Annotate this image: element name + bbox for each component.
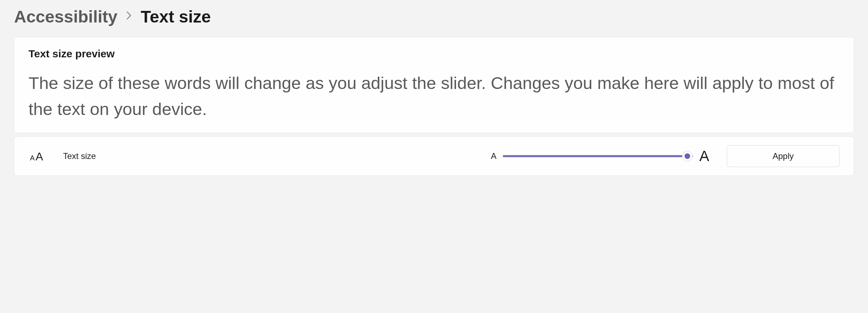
apply-button[interactable]: Apply (727, 145, 839, 167)
text-size-label: Text size (63, 151, 96, 161)
breadcrumb-parent-link[interactable]: Accessibility (14, 7, 117, 26)
preview-title: Text size preview (29, 48, 839, 60)
text-size-preview-card: Text size preview The size of these word… (14, 37, 854, 133)
chevron-right-icon (126, 10, 132, 23)
breadcrumb-current: Text size (140, 7, 211, 26)
svg-text:A: A (36, 150, 43, 162)
text-size-icon: A A (29, 150, 45, 162)
slider-min-label: A (491, 151, 497, 161)
text-size-slider-group: A A (491, 148, 709, 165)
text-size-control-card: A A Text size A A Apply (14, 136, 854, 176)
preview-text: The size of these words will change as y… (29, 70, 839, 122)
breadcrumb: Accessibility Text size (14, 7, 854, 26)
svg-text:A: A (30, 154, 35, 162)
slider-thumb[interactable] (682, 151, 693, 161)
text-size-slider[interactable] (503, 151, 693, 161)
slider-max-label: A (699, 148, 709, 165)
